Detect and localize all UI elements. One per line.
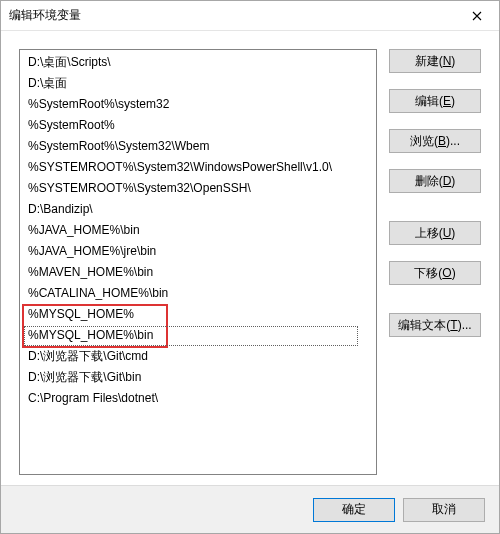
list-item[interactable]: %JAVA_HOME%\bin [24, 220, 376, 241]
close-button[interactable] [454, 1, 499, 31]
btn-tail: ) [451, 94, 455, 108]
btn-label: 浏览( [410, 133, 438, 150]
cancel-button[interactable]: 取消 [403, 498, 485, 522]
browse-button[interactable]: 浏览(B)... [389, 129, 481, 153]
btn-accel: E [443, 94, 451, 108]
list-item[interactable]: %SYSTEMROOT%\System32\WindowsPowerShell\… [24, 157, 376, 178]
btn-accel: D [443, 174, 452, 188]
btn-tail: ) [451, 226, 455, 240]
button-column: 新建(N) 编辑(E) 浏览(B)... 删除(D) 上移(U) 下移(O) [389, 49, 481, 475]
list-item[interactable]: %MAVEN_HOME%\bin [24, 262, 376, 283]
close-icon [472, 11, 482, 21]
btn-label: 编辑( [415, 93, 443, 110]
delete-button[interactable]: 删除(D) [389, 169, 481, 193]
btn-accel: B [438, 134, 446, 148]
path-listbox[interactable]: D:\桌面\Scripts\ D:\桌面 %SystemRoot%\system… [19, 49, 377, 475]
btn-tail: ) [452, 266, 456, 280]
list-item[interactable]: D:\Bandizip\ [24, 199, 376, 220]
list-item[interactable]: %MYSQL_HOME% [24, 304, 376, 325]
btn-tail: ) [451, 54, 455, 68]
list-item[interactable]: %MYSQL_HOME%\bin [24, 325, 376, 346]
btn-label: 删除( [415, 173, 443, 190]
btn-accel: N [443, 54, 452, 68]
dialog-window: 编辑环境变量 D:\桌面\Scripts\ D:\桌面 %SystemRoot%… [0, 0, 500, 534]
btn-label: 编辑文本( [398, 317, 450, 334]
btn-tail: )... [458, 318, 472, 332]
list-item[interactable]: %SystemRoot% [24, 115, 376, 136]
edit-button[interactable]: 编辑(E) [389, 89, 481, 113]
window-title: 编辑环境变量 [9, 7, 454, 24]
btn-accel: O [442, 266, 451, 280]
ok-button[interactable]: 确定 [313, 498, 395, 522]
moveup-button[interactable]: 上移(U) [389, 221, 481, 245]
list-item[interactable]: D:\浏览器下载\Git\cmd [24, 346, 376, 367]
movedown-button[interactable]: 下移(O) [389, 261, 481, 285]
list-item[interactable]: D:\桌面 [24, 73, 376, 94]
list-item[interactable]: D:\浏览器下载\Git\bin [24, 367, 376, 388]
list-item[interactable]: %SystemRoot%\System32\Wbem [24, 136, 376, 157]
titlebar: 编辑环境变量 [1, 1, 499, 31]
btn-tail: )... [446, 134, 460, 148]
list-inner: D:\桌面\Scripts\ D:\桌面 %SystemRoot%\system… [20, 50, 376, 411]
list-item[interactable]: %CATALINA_HOME%\bin [24, 283, 376, 304]
list-item[interactable]: C:\Program Files\dotnet\ [24, 388, 376, 409]
btn-label: 上移( [415, 225, 443, 242]
btn-accel: U [443, 226, 452, 240]
edittext-button[interactable]: 编辑文本(T)... [389, 313, 481, 337]
btn-tail: ) [451, 174, 455, 188]
list-item[interactable]: %JAVA_HOME%\jre\bin [24, 241, 376, 262]
new-button[interactable]: 新建(N) [389, 49, 481, 73]
btn-label: 下移( [414, 265, 442, 282]
btn-label: 新建( [415, 53, 443, 70]
btn-accel: T [450, 318, 457, 332]
list-item[interactable]: D:\桌面\Scripts\ [24, 52, 376, 73]
list-item[interactable]: %SYSTEMROOT%\System32\OpenSSH\ [24, 178, 376, 199]
dialog-footer: 确定 取消 [1, 485, 499, 533]
content-area: D:\桌面\Scripts\ D:\桌面 %SystemRoot%\system… [1, 31, 499, 485]
list-item[interactable]: %SystemRoot%\system32 [24, 94, 376, 115]
